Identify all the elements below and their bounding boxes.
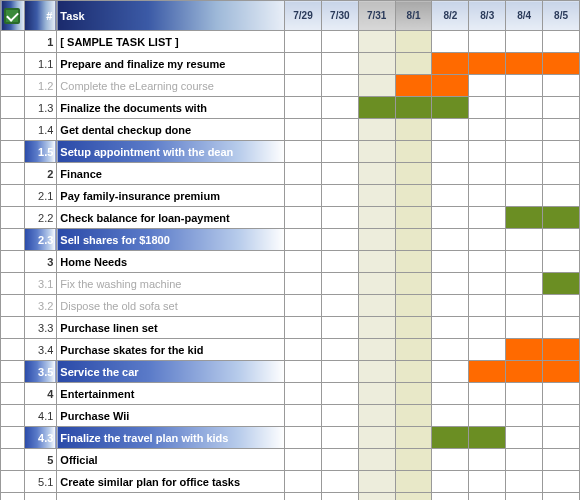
cell-check[interactable] xyxy=(1,75,25,97)
header-date-4[interactable]: 8/2 xyxy=(432,1,469,31)
table-row[interactable]: 4Entertainment xyxy=(1,383,580,405)
cell-check[interactable] xyxy=(1,53,25,75)
header-date-7[interactable]: 8/5 xyxy=(543,1,580,31)
cell-task[interactable]: Purchase skates for the kid xyxy=(57,339,285,361)
gantt-cell[interactable] xyxy=(395,317,432,339)
cell-task[interactable]: Sell shares for $1800 xyxy=(57,229,285,251)
gantt-cell[interactable] xyxy=(506,471,543,493)
gantt-cell[interactable] xyxy=(469,75,506,97)
table-row[interactable]: 3.5Service the car xyxy=(1,361,580,383)
gantt-cell[interactable] xyxy=(285,141,322,163)
gantt-cell[interactable] xyxy=(506,427,543,449)
gantt-cell[interactable] xyxy=(321,427,358,449)
gantt-cell[interactable] xyxy=(285,295,322,317)
gantt-cell[interactable] xyxy=(432,471,469,493)
gantt-cell[interactable] xyxy=(432,119,469,141)
gantt-cell[interactable] xyxy=(506,141,543,163)
cell-task[interactable]: Pay family-insurance premium xyxy=(57,185,285,207)
table-row[interactable]: 3.4Purchase skates for the kid xyxy=(1,339,580,361)
table-row[interactable]: 1.3Finalize the documents with xyxy=(1,97,580,119)
table-row[interactable]: 3.3Purchase linen set xyxy=(1,317,580,339)
gantt-cell[interactable] xyxy=(395,31,432,53)
gantt-cell[interactable] xyxy=(358,251,395,273)
cell-task[interactable]: Dispose the old sofa set xyxy=(57,295,285,317)
table-row[interactable]: 1.5Setup appointment with the dean xyxy=(1,141,580,163)
gantt-cell[interactable] xyxy=(358,471,395,493)
gantt-cell[interactable] xyxy=(543,295,580,317)
gantt-cell[interactable] xyxy=(395,405,432,427)
cell-check[interactable] xyxy=(1,185,25,207)
gantt-cell[interactable] xyxy=(432,339,469,361)
gantt-cell[interactable] xyxy=(285,251,322,273)
gantt-cell[interactable] xyxy=(432,405,469,427)
table-row[interactable]: 2.2Check balance for loan-payment xyxy=(1,207,580,229)
gantt-cell[interactable] xyxy=(469,339,506,361)
gantt-cell[interactable] xyxy=(469,471,506,493)
gantt-cell[interactable] xyxy=(506,251,543,273)
gantt-cell[interactable] xyxy=(285,119,322,141)
gantt-cell[interactable] xyxy=(358,185,395,207)
gantt-cell[interactable] xyxy=(432,207,469,229)
gantt-cell[interactable] xyxy=(469,53,506,75)
gantt-cell[interactable] xyxy=(321,449,358,471)
cell-task[interactable]: Get dental checkup done xyxy=(57,119,285,141)
gantt-cell[interactable] xyxy=(285,53,322,75)
gantt-cell[interactable] xyxy=(543,471,580,493)
gantt-cell[interactable] xyxy=(506,295,543,317)
gantt-cell[interactable] xyxy=(506,449,543,471)
gantt-cell[interactable] xyxy=(321,273,358,295)
gantt-cell[interactable] xyxy=(358,449,395,471)
gantt-cell[interactable] xyxy=(432,31,469,53)
cell-task[interactable]: [ SAMPLE TASK LIST ] xyxy=(57,31,285,53)
gantt-cell[interactable] xyxy=(395,207,432,229)
gantt-cell[interactable] xyxy=(432,97,469,119)
cell-task[interactable]: Service the car xyxy=(57,361,285,383)
header-date-6[interactable]: 8/4 xyxy=(506,1,543,31)
gantt-cell[interactable] xyxy=(506,383,543,405)
header-date-2[interactable]: 7/31 xyxy=(358,1,395,31)
cell-task[interactable]: Entertainment xyxy=(57,383,285,405)
gantt-cell[interactable] xyxy=(285,427,322,449)
header-date-5[interactable]: 8/3 xyxy=(469,1,506,31)
gantt-cell[interactable] xyxy=(469,119,506,141)
cell-task[interactable]: Check balance for loan-payment xyxy=(57,207,285,229)
table-row[interactable]: 3Home Needs xyxy=(1,251,580,273)
gantt-cell[interactable] xyxy=(506,317,543,339)
cell-check[interactable] xyxy=(1,207,25,229)
header-task[interactable]: Task xyxy=(57,1,285,31)
header-date-1[interactable]: 7/30 xyxy=(321,1,358,31)
gantt-cell[interactable] xyxy=(432,141,469,163)
table-row[interactable]: 4.1Purchase Wii xyxy=(1,405,580,427)
gantt-cell[interactable] xyxy=(321,383,358,405)
gantt-cell[interactable] xyxy=(506,75,543,97)
gantt-cell[interactable] xyxy=(469,185,506,207)
gantt-cell[interactable] xyxy=(395,449,432,471)
gantt-cell[interactable] xyxy=(543,361,580,383)
table-row[interactable]: 1.1Prepare and finalize my resume xyxy=(1,53,580,75)
gantt-cell[interactable] xyxy=(543,141,580,163)
gantt-cell[interactable] xyxy=(358,295,395,317)
cell-check[interactable] xyxy=(1,471,25,493)
gantt-cell[interactable] xyxy=(285,383,322,405)
gantt-cell[interactable] xyxy=(358,361,395,383)
header-num[interactable]: # xyxy=(24,1,57,31)
gantt-cell[interactable] xyxy=(321,339,358,361)
gantt-cell[interactable] xyxy=(321,185,358,207)
gantt-cell[interactable] xyxy=(469,229,506,251)
cell-check[interactable] xyxy=(1,405,25,427)
gantt-cell[interactable] xyxy=(358,273,395,295)
gantt-cell[interactable] xyxy=(395,53,432,75)
gantt-cell[interactable] xyxy=(321,405,358,427)
gantt-cell[interactable] xyxy=(285,207,322,229)
gantt-cell[interactable] xyxy=(358,317,395,339)
cell-check[interactable] xyxy=(1,31,25,53)
gantt-cell[interactable] xyxy=(358,427,395,449)
gantt-cell[interactable] xyxy=(432,383,469,405)
cell-task[interactable]: Finalize the documents with xyxy=(57,97,285,119)
cell-check[interactable] xyxy=(1,97,25,119)
cell-check[interactable] xyxy=(1,163,25,185)
gantt-cell[interactable] xyxy=(395,339,432,361)
gantt-cell[interactable] xyxy=(358,75,395,97)
table-row[interactable]: 1[ SAMPLE TASK LIST ] xyxy=(1,31,580,53)
gantt-cell[interactable] xyxy=(506,163,543,185)
